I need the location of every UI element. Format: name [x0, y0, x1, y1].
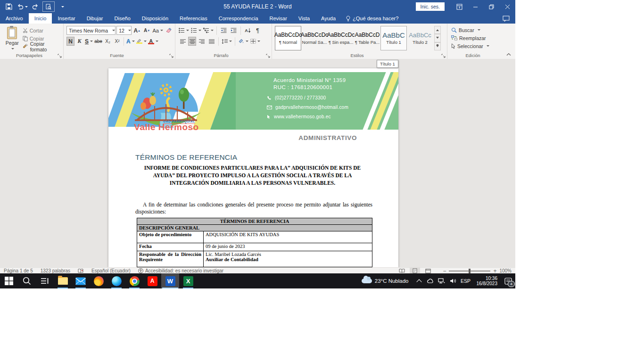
chrome-button[interactable] — [125, 273, 143, 288]
start-button[interactable] — [0, 273, 18, 288]
style-sin-espaciado[interactable]: AaBbCcDc ¶ Sin espa... — [328, 26, 354, 50]
edge-button[interactable] — [107, 273, 125, 288]
taskbar-search-button[interactable] — [18, 273, 36, 288]
comments-icon[interactable] — [503, 16, 510, 22]
styles-more-button[interactable] — [434, 42, 441, 50]
clear-formatting-button[interactable] — [164, 26, 173, 35]
show-marks-button[interactable]: ¶ — [253, 26, 262, 35]
notification-center-button[interactable]: 4 — [501, 273, 515, 288]
align-left-button[interactable] — [178, 37, 187, 46]
tab-inicio[interactable]: Inicio — [29, 13, 52, 24]
redo-button[interactable] — [29, 1, 41, 12]
bullets-button[interactable] — [178, 26, 190, 35]
zoom-level[interactable]: 100% — [499, 268, 512, 273]
style-titulo-2[interactable]: AaBbCc Título 2 — [407, 26, 433, 50]
style-table-pa[interactable]: AaBbCcD ¶ Table Pa... — [354, 26, 380, 50]
undo-button[interactable] — [16, 1, 28, 12]
styles-scroll-up-button[interactable] — [434, 26, 441, 34]
excel-taskbar-button[interactable]: X — [179, 273, 197, 288]
font-name-combo[interactable]: Times New Roma — [66, 26, 116, 35]
increase-indent-button[interactable] — [229, 26, 238, 35]
style-normal-sa[interactable]: AaBbCcDc Normal Sa... — [301, 26, 328, 50]
save-button[interactable] — [3, 1, 15, 12]
table-cell-value: ADQUISICIÓN DE KITS AYUDAS — [204, 231, 372, 243]
paragraph-dialog-launcher[interactable] — [266, 54, 270, 58]
clock-widget[interactable]: 10:36 16/8/2023 — [473, 276, 502, 286]
style-normal[interactable]: AaBbCcDc ¶ Normal — [275, 26, 301, 50]
highlight-button[interactable] — [136, 37, 147, 46]
bold-button[interactable]: N — [66, 37, 74, 46]
find-button[interactable]: Buscar — [450, 26, 496, 34]
tab-dibujar[interactable]: Dibujar — [81, 13, 109, 24]
tab-disposicion[interactable]: Disposición — [136, 13, 174, 24]
file-explorer-button[interactable] — [54, 273, 72, 288]
zoom-slider[interactable] — [449, 271, 490, 272]
align-center-button[interactable] — [188, 37, 196, 46]
select-button[interactable]: Seleccionar — [450, 42, 496, 50]
print-preview-button[interactable] — [42, 1, 55, 12]
superscript-button[interactable]: X² — [113, 37, 122, 46]
line-spacing-button[interactable] — [221, 37, 232, 46]
replace-button[interactable]: Reemplazar — [450, 34, 496, 42]
style-titulo-1[interactable]: AaBbC Título 1 — [380, 26, 407, 50]
font-dialog-launcher[interactable] — [169, 54, 173, 58]
document-canvas[interactable]: Acuerdo Ministerial N° 1359 RUC : 176812… — [0, 59, 515, 267]
styles-dialog-launcher[interactable] — [441, 54, 446, 58]
task-view-button[interactable] — [36, 273, 54, 288]
collapse-ribbon-button[interactable] — [506, 53, 511, 57]
minimize-button[interactable] — [467, 0, 483, 13]
sign-in-button[interactable]: Inic. ses. — [416, 2, 445, 11]
styles-scroll-down-button[interactable] — [434, 34, 441, 42]
format-painter-button[interactable]: Copiar formato — [22, 42, 61, 50]
tab-referencias[interactable]: Referencias — [174, 13, 213, 24]
align-right-button[interactable] — [197, 37, 206, 46]
paste-button[interactable]: Pegar — [3, 26, 22, 51]
tab-insertar[interactable]: Insertar — [52, 13, 81, 24]
restore-button[interactable] — [483, 0, 499, 13]
text-effects-button[interactable]: A — [126, 37, 135, 46]
decrease-indent-button[interactable] — [219, 26, 228, 35]
numbering-button[interactable] — [190, 26, 202, 35]
paste-dropdown-icon[interactable] — [11, 48, 14, 51]
sort-button[interactable]: A — [243, 26, 252, 35]
underline-button[interactable]: S — [84, 37, 93, 46]
subscript-button[interactable]: X₂ — [103, 37, 112, 46]
font-color-button[interactable]: A — [148, 37, 159, 46]
firefox-button[interactable] — [90, 273, 107, 288]
banner-acuerdo: Acuerdo Ministerial N° 1359 — [273, 77, 348, 84]
undo-dropdown-icon[interactable] — [25, 6, 28, 9]
language-tray-button[interactable]: ESP — [459, 273, 473, 288]
tab-vista[interactable]: Vista — [293, 13, 315, 24]
tab-ayuda[interactable]: Ayuda — [315, 13, 341, 24]
mail-button[interactable] — [72, 273, 90, 288]
tell-me-box[interactable]: ¿Qué desea hacer? — [341, 13, 403, 24]
ribbon-display-options-button[interactable] — [451, 0, 467, 13]
word-taskbar-button[interactable]: W — [161, 273, 179, 288]
grow-font-button[interactable]: A▲ — [132, 26, 141, 35]
italic-button[interactable]: K — [75, 37, 84, 46]
hidden-icons-button[interactable] — [413, 273, 425, 288]
borders-button[interactable] — [250, 37, 261, 46]
customize-qat-button[interactable] — [56, 1, 68, 12]
shrink-font-button[interactable]: A▼ — [142, 26, 151, 35]
tab-correspondencia[interactable]: Correspondencia — [213, 13, 264, 24]
multilevel-list-button[interactable] — [203, 26, 214, 35]
onedrive-tray-icon[interactable] — [425, 273, 436, 288]
zoom-slider-thumb[interactable] — [469, 269, 471, 273]
weather-widget[interactable]: 23°C Nublado — [357, 278, 413, 284]
justify-button[interactable] — [207, 37, 216, 46]
tab-archivo[interactable]: Archivo — [0, 13, 29, 24]
cut-button[interactable]: Cortar — [22, 26, 61, 34]
tab-diseno[interactable]: Diseño — [109, 13, 136, 24]
document-page[interactable]: Acuerdo Ministerial N° 1359 RUC : 176812… — [108, 68, 398, 267]
shading-button[interactable] — [238, 37, 249, 46]
acrobat-button[interactable]: A — [143, 273, 161, 288]
strikethrough-button[interactable]: abe — [94, 37, 103, 46]
network-tray-icon[interactable] — [436, 273, 447, 288]
close-button[interactable] — [499, 0, 515, 13]
clipboard-dialog-launcher[interactable] — [58, 54, 62, 58]
tab-revisar[interactable]: Revisar — [264, 13, 293, 24]
change-case-button[interactable]: Aa — [152, 26, 163, 35]
volume-tray-icon[interactable] — [447, 273, 459, 288]
font-size-combo[interactable]: 12 — [116, 26, 132, 35]
